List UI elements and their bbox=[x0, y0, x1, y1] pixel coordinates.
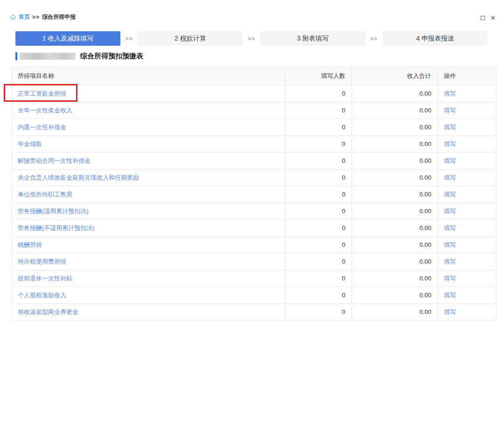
income-item-link[interactable]: 稿酬所得 bbox=[18, 241, 42, 248]
table-row: 劳务报酬(不适用累计预扣法) 0 0.00 填写 bbox=[12, 220, 497, 237]
income-item-link[interactable]: 年金领取 bbox=[18, 140, 42, 147]
income-total-cell: 0.00 bbox=[352, 169, 438, 186]
income-item-link[interactable]: 单位低价向职工售房 bbox=[18, 191, 72, 198]
income-item-link[interactable]: 劳务报酬(不适用累计预扣法) bbox=[18, 224, 95, 231]
fill-action-link[interactable]: 填写 bbox=[444, 157, 456, 164]
page-title: 综合所得预扣预缴表 bbox=[80, 52, 143, 61]
income-item-link[interactable]: 个人股权激励收入 bbox=[18, 292, 66, 299]
table-row: 内退一次性补偿金 0 0.00 填写 bbox=[12, 119, 497, 136]
close-icon[interactable]: ✕ bbox=[490, 15, 496, 21]
column-header-item-name: 所得项目名称 bbox=[12, 67, 285, 85]
income-table-body: 正常工资薪金所得 0 0.00 填写 全年一次性奖金收入 0 0.00 填写 内… bbox=[12, 85, 497, 321]
fill-action-link[interactable]: 填写 bbox=[444, 241, 456, 248]
breadcrumb-separator: >> bbox=[32, 14, 40, 21]
fill-action-link[interactable]: 填写 bbox=[444, 292, 456, 299]
income-total-cell: 0.00 bbox=[352, 220, 438, 237]
income-total-cell: 0.00 bbox=[352, 153, 438, 169]
income-item-link[interactable]: 特许权使用费所得 bbox=[18, 258, 66, 265]
fill-action-link[interactable]: 填写 bbox=[444, 191, 456, 198]
fill-count-cell: 0 bbox=[285, 186, 352, 203]
table-row: 提前退休一次性补贴 0 0.00 填写 bbox=[12, 270, 497, 287]
fill-count-cell: 0 bbox=[285, 237, 352, 253]
fill-count-cell: 0 bbox=[285, 136, 352, 153]
income-total-cell: 0.00 bbox=[352, 287, 438, 304]
income-total-cell: 0.00 bbox=[352, 304, 438, 321]
income-total-cell: 0.00 bbox=[352, 136, 438, 153]
tab-attached-schedules[interactable]: 3 附表填写 bbox=[260, 31, 365, 46]
fill-action-link[interactable]: 填写 bbox=[444, 308, 456, 315]
breadcrumb: 首页 >> 综合所得申报 bbox=[10, 13, 76, 21]
income-item-link[interactable]: 提前退休一次性补贴 bbox=[18, 275, 72, 282]
fill-action-link[interactable]: 填写 bbox=[444, 90, 456, 97]
fill-action-link[interactable]: 填写 bbox=[444, 275, 456, 282]
income-total-cell: 0.00 bbox=[352, 203, 438, 220]
fill-action-link[interactable]: 填写 bbox=[444, 107, 456, 114]
income-item-link[interactable]: 全年一次性奖金收入 bbox=[18, 107, 72, 114]
step-tabs: 1 收入及减除填写 >> 2 税款计算 >> 3 附表填写 >> 4 申报表报送 bbox=[15, 31, 488, 46]
fill-count-cell: 0 bbox=[285, 287, 352, 304]
fill-count-cell: 0 bbox=[285, 169, 352, 186]
income-total-cell: 0.00 bbox=[352, 253, 438, 270]
step-separator-icon: >> bbox=[243, 35, 260, 42]
income-total-cell: 0.00 bbox=[352, 85, 438, 102]
fill-count-cell: 0 bbox=[285, 304, 352, 321]
window-controls: ✕ bbox=[481, 14, 496, 22]
table-row: 年金领取 0 0.00 填写 bbox=[12, 136, 497, 153]
fill-action-link[interactable]: 填写 bbox=[444, 140, 456, 147]
fill-count-cell: 0 bbox=[285, 153, 352, 169]
table-row: 税收递延型商业养老金 0 0.00 填写 bbox=[12, 304, 497, 321]
table-row: 正常工资薪金所得 0 0.00 填写 bbox=[12, 85, 497, 102]
income-total-cell: 0.00 bbox=[352, 119, 438, 136]
tab-tax-calculation[interactable]: 2 税款计算 bbox=[138, 31, 243, 46]
restore-window-button[interactable] bbox=[481, 14, 485, 22]
income-items-table: 所得项目名称 填写人数 收入合计 操作 正常工资薪金所得 0 0.00 填写 全… bbox=[11, 67, 497, 321]
table-header-row: 所得项目名称 填写人数 收入合计 操作 bbox=[12, 67, 497, 85]
restore-icon bbox=[481, 16, 485, 20]
fill-count-cell: 0 bbox=[285, 102, 352, 119]
income-total-cell: 0.00 bbox=[352, 237, 438, 253]
table-row: 单位低价向职工售房 0 0.00 填写 bbox=[12, 186, 497, 203]
fill-action-link[interactable]: 填写 bbox=[444, 174, 456, 181]
fill-count-cell: 0 bbox=[285, 220, 352, 237]
fill-count-cell: 0 bbox=[285, 270, 352, 287]
fill-count-cell: 0 bbox=[285, 253, 352, 270]
table-row: 个人股权激励收入 0 0.00 填写 bbox=[12, 287, 497, 304]
income-item-link[interactable]: 内退一次性补偿金 bbox=[18, 124, 66, 131]
income-total-cell: 0.00 bbox=[352, 102, 438, 119]
fill-action-link[interactable]: 填写 bbox=[444, 258, 456, 265]
breadcrumb-current: 综合所得申报 bbox=[42, 13, 76, 21]
table-row: 稿酬所得 0 0.00 填写 bbox=[12, 237, 497, 253]
table-row: 解除劳动合同一次性补偿金 0 0.00 填写 bbox=[12, 153, 497, 169]
tab-return-submission[interactable]: 4 申报表报送 bbox=[383, 31, 488, 46]
column-header-fill-count: 填写人数 bbox=[285, 67, 352, 85]
step-separator-icon: >> bbox=[120, 35, 138, 42]
column-header-action: 操作 bbox=[438, 67, 497, 85]
title-accent-bar bbox=[15, 52, 17, 60]
income-item-link[interactable]: 劳务报酬(适用累计预扣法) bbox=[18, 208, 89, 215]
fill-action-link[interactable]: 填写 bbox=[444, 224, 456, 231]
income-total-cell: 0.00 bbox=[352, 270, 438, 287]
table-row: 全年一次性奖金收入 0 0.00 填写 bbox=[12, 102, 497, 119]
redacted-company-name bbox=[20, 53, 76, 60]
step-separator-icon: >> bbox=[365, 35, 383, 42]
table-row: 央企负责人绩效薪金延期兑现收入和任期奖励 0 0.00 填写 bbox=[12, 169, 497, 186]
section-title: 综合所得预扣预缴表 bbox=[15, 51, 143, 61]
table-row: 特许权使用费所得 0 0.00 填写 bbox=[12, 253, 497, 270]
breadcrumb-home-link[interactable]: 首页 bbox=[19, 13, 30, 21]
comprehensive-income-declaration-page: 首页 >> 综合所得申报 ✕ 1 收入及减除填写 >> 2 税款计算 >> 3 … bbox=[0, 0, 504, 440]
tab-income-and-deduction[interactable]: 1 收入及减除填写 bbox=[15, 31, 120, 46]
fill-action-link[interactable]: 填写 bbox=[444, 208, 456, 215]
income-item-link[interactable]: 正常工资薪金所得 bbox=[18, 90, 66, 97]
column-header-income-total: 收入合计 bbox=[352, 67, 438, 85]
table-row: 劳务报酬(适用累计预扣法) 0 0.00 填写 bbox=[12, 203, 497, 220]
income-item-link[interactable]: 税收递延型商业养老金 bbox=[18, 308, 78, 315]
fill-count-cell: 0 bbox=[285, 203, 352, 220]
fill-count-cell: 0 bbox=[285, 85, 352, 102]
income-item-link[interactable]: 央企负责人绩效薪金延期兑现收入和任期奖励 bbox=[18, 174, 139, 181]
income-item-link[interactable]: 解除劳动合同一次性补偿金 bbox=[18, 157, 91, 164]
income-total-cell: 0.00 bbox=[352, 186, 438, 203]
fill-count-cell: 0 bbox=[285, 119, 352, 136]
fill-action-link[interactable]: 填写 bbox=[444, 124, 456, 131]
home-icon bbox=[10, 14, 16, 20]
